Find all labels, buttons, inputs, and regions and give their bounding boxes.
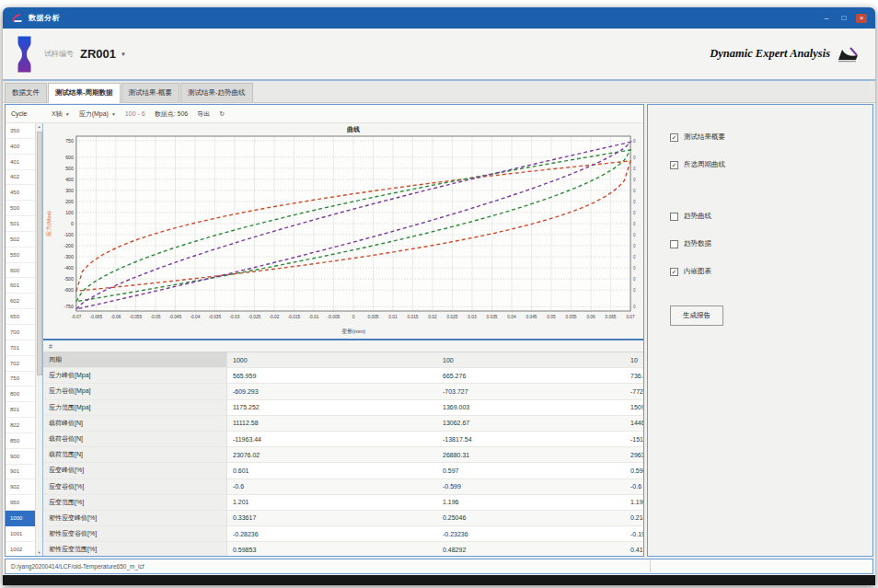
cycle-list-item[interactable]: 801 [6,402,35,418]
cycle-list-item[interactable]: 950 [6,495,35,511]
table-row[interactable]: 塑性应变谷值[%]-0.28236-0.23236-0.1976 [43,526,643,542]
x-tick-label: -0.02 [269,315,279,319]
table-row[interactable]: 载荷谷值[N]-11963.44-13817.54-15170.395 [43,432,643,447]
cycle-list-item[interactable]: 750 [6,372,35,387]
cycle-list-item[interactable]: 802 [6,418,35,433]
checkbox-icon[interactable]: ✓ [670,133,678,142]
cycle-list-item[interactable]: 401 [6,155,35,170]
cycle-list-item[interactable]: 500 [6,201,35,216]
table-row[interactable]: 塑性应变峰值[%]0.336170.250460.21448 [43,511,643,526]
scroll-down-icon[interactable]: ▼ [36,550,42,555]
checkbox-row[interactable]: ✓测试结果概要 [670,133,863,142]
y-tick-label: -750 [64,304,74,309]
cycle-list-item[interactable]: 350 [6,123,35,139]
table-row[interactable]: 应力谷值[Mpa]-609.293-703.727-772.622 [43,384,643,399]
table-row[interactable]: 应力范围[Mpa]1175.2521369.0031509.51 [43,400,643,416]
cycle-list-item[interactable]: 1001 [6,526,35,542]
checkbox-row[interactable]: 趋势曲线 [670,212,863,221]
cycle-list[interactable]: 3504004014024505005015025506006016026507… [6,123,35,556]
scrollbar-thumb[interactable] [37,132,42,375]
cycle-list-item[interactable]: 900 [6,449,35,465]
x-tick-label: -0.01 [309,315,319,319]
brand: Dynamic Expert Analysis [710,46,861,63]
x-tick-label: -0.015 [288,315,301,319]
tab-1[interactable]: 数据文件 [5,83,47,102]
generate-report-button[interactable]: 生成报告 [670,306,723,326]
hysteresis-chart[interactable]: -0.07-0.065-0.06-0.055-0.05-0.045-0.04-0… [43,123,643,339]
cycle-list-item[interactable]: 650 [6,309,35,325]
cycle-list-item[interactable]: 502 [6,232,35,248]
sample-number-label: 试样编号 [44,49,74,59]
checkbox-icon[interactable] [670,240,678,248]
table-row[interactable]: 应变谷值[%]-0.6-0.599-0.6 [43,479,643,495]
table-row[interactable]: 塑性应变范围[%]0.598530.482920.41738 [43,542,643,556]
x-tick-label: 0.02 [428,315,437,319]
table-row[interactable]: 周期100010010 [43,352,643,368]
report-options-panel: ✓测试结果概要✓所选周期曲线趋势曲线趋势数据✓内嵌图表 生成报告 [647,104,873,557]
checkbox-row[interactable]: ✓所选周期曲线 [670,160,863,169]
cycle-list-item[interactable]: 1002 [6,542,35,556]
x-tick-label: 0.045 [526,315,537,319]
cell-value: 565.959 [227,368,437,383]
x-tick-label: 0.035 [487,315,498,319]
sample-number-value[interactable]: ZR001 [80,47,116,61]
checkbox-row[interactable]: 趋势数据 [670,239,863,248]
cycle-list-item[interactable]: 850 [6,433,35,449]
table-row[interactable]: 应变范围[%]1.2011.1961.190 [43,495,643,511]
series-dropdown[interactable]: 应力(Mpa) ▼ [79,110,116,119]
checkbox-icon[interactable]: ✓ [670,268,678,276]
y-tick-label: -500 [64,276,74,282]
x-tick-label: 0.065 [606,315,617,319]
cell-value: 14460.76 [625,416,643,431]
cycle-list-item[interactable]: 501 [6,216,35,232]
cell-value: 0.597 [437,463,625,478]
row-label: 应力峰值[Mpa] [43,368,227,383]
cycle-list-item[interactable]: 601 [6,278,35,294]
cell-value: -13817.54 [437,432,625,446]
close-button[interactable]: × [856,14,867,23]
maximize-button[interactable]: □ [838,14,849,23]
cycle-list-item[interactable]: 701 [6,340,35,356]
cycle-list-item[interactable]: 602 [6,294,35,309]
checkbox-icon[interactable]: ✓ [670,161,678,169]
table-row[interactable]: 应力峰值[Mpa]565.959665.276736.888 [43,368,643,384]
row-label: 塑性应变谷值[%] [43,526,227,541]
tab-3[interactable]: 测试结果-概要 [121,83,180,102]
sample-dropdown-arrow[interactable]: ▼ [121,52,126,57]
cycle-list-scrollbar[interactable]: ▲ ▼ [35,123,42,556]
cycle-list-item[interactable]: 702 [6,356,35,372]
checkbox-row[interactable]: ✓内嵌图表 [670,267,863,276]
export-button[interactable]: 导出 [197,110,210,119]
range-text[interactable]: 100 - 6 [125,110,145,117]
cycle-list-item[interactable]: 450 [6,185,35,201]
cycle-list-item[interactable]: 402 [6,170,35,186]
cycle-list-item[interactable]: 901 [6,465,35,480]
tab-4[interactable]: 测试结果-趋势曲线 [180,83,253,102]
right-tick-label: 0 [633,189,636,193]
scroll-up-icon[interactable]: ▲ [36,124,42,129]
cycle-list-item[interactable]: 700 [6,325,35,340]
minimize-button[interactable]: – [821,14,832,23]
cycle-list-item[interactable]: 800 [6,386,35,402]
table-row[interactable]: 载荷峰值[N]11112.5813062.6714460.76 [43,416,643,432]
right-tick-label: 0 [633,277,636,282]
right-tick-label: 0 [633,305,636,309]
cycle-list-item[interactable]: 400 [6,139,35,155]
y-tick-label: 100 [65,210,74,215]
cycle-list-item[interactable]: 550 [6,248,35,263]
checkbox-icon[interactable] [670,213,678,221]
x-tick-label: -0.06 [110,315,121,319]
table-row[interactable]: 应变峰值[%]0.6010.5970.590 [43,463,643,478]
brand-icon [837,46,861,63]
refresh-icon[interactable]: ↻ [219,110,225,118]
tab-2[interactable]: 测试结果-周期数据 [48,83,121,103]
cell-value: -772.622 [625,384,643,398]
cycle-list-item[interactable]: 902 [6,479,35,495]
table-row[interactable]: 载荷范围[N]23076.0226880.3129639.155 [43,447,643,463]
cell-value: 23076.02 [227,447,437,462]
cell-value: -609.293 [227,384,437,398]
cycle-list-item[interactable]: 1000 [6,511,35,526]
x-axis-dropdown[interactable]: X轴 ▼ [52,110,70,119]
x-tick-label: -0.035 [209,315,222,319]
cycle-list-item[interactable]: 600 [6,263,35,279]
